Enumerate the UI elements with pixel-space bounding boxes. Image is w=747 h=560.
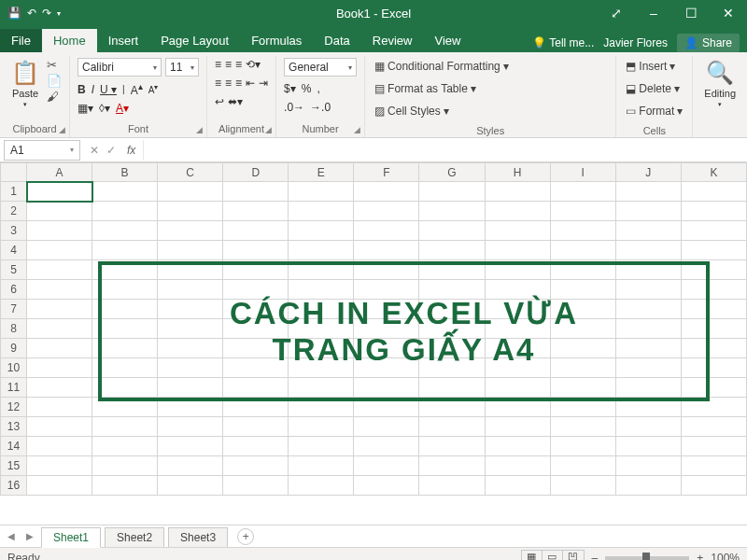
page-break-view-icon[interactable]: 凹 [563, 551, 584, 560]
cell-E2[interactable] [289, 202, 354, 221]
user-name[interactable]: Javier Flores [603, 36, 668, 49]
undo-icon[interactable]: ↶ [27, 7, 36, 20]
cell-D12[interactable] [223, 398, 289, 417]
cell-H12[interactable] [485, 398, 550, 417]
cell-B1[interactable] [92, 182, 158, 202]
cell-D5[interactable] [223, 260, 289, 280]
col-header-E[interactable]: E [289, 163, 354, 182]
cell-B7[interactable] [92, 300, 158, 319]
comma-icon[interactable]: , [317, 82, 319, 95]
cell-C4[interactable] [158, 241, 223, 260]
fx-icon[interactable]: fx [127, 144, 135, 157]
cell-E4[interactable] [289, 241, 354, 260]
cell-G10[interactable] [419, 358, 485, 378]
number-dialog-launcher[interactable]: ◢ [354, 125, 360, 134]
cell-J10[interactable] [615, 358, 681, 378]
clipboard-dialog-launcher[interactable]: ◢ [59, 125, 65, 134]
cell-K4[interactable] [681, 241, 746, 260]
enter-icon[interactable]: ✓ [106, 144, 116, 157]
cell-A3[interactable] [27, 221, 92, 241]
cell-A13[interactable] [27, 417, 92, 437]
cell-A4[interactable] [27, 241, 92, 260]
cell-E14[interactable] [289, 437, 354, 456]
cell-I1[interactable] [550, 182, 615, 202]
font-name-select[interactable]: Calibri▾ [78, 58, 162, 77]
cell-K11[interactable] [681, 378, 746, 398]
ribbon-options-icon[interactable]: ⤢ [598, 0, 635, 26]
cell-G12[interactable] [419, 398, 485, 417]
font-color-icon[interactable]: A▾ [116, 102, 129, 115]
format-painter-icon[interactable]: 🖌 [47, 90, 62, 104]
cell-A1[interactable] [27, 182, 92, 202]
cell-F14[interactable] [354, 437, 419, 456]
share-button[interactable]: 👤 Share [677, 34, 740, 52]
cell-A15[interactable] [27, 456, 92, 476]
cell-G9[interactable] [419, 339, 485, 358]
cell-J3[interactable] [615, 221, 681, 241]
cell-I5[interactable] [550, 260, 615, 280]
row-header-1[interactable]: 1 [1, 182, 27, 202]
cell-G16[interactable] [419, 476, 485, 496]
cell-B4[interactable] [92, 241, 158, 260]
cell-J14[interactable] [615, 437, 681, 456]
cell-H16[interactable] [485, 476, 550, 496]
cell-J1[interactable] [615, 182, 681, 202]
sheet-tab-3[interactable]: Sheet3 [168, 527, 228, 547]
cell-C3[interactable] [158, 221, 223, 241]
fill-color-icon[interactable]: ◊▾ [99, 102, 110, 115]
sheet-tab-2[interactable]: Sheet2 [105, 527, 164, 547]
col-header-K[interactable]: K [681, 163, 746, 182]
cell-F16[interactable] [354, 476, 419, 496]
cell-C6[interactable] [158, 280, 223, 300]
alignment-dialog-launcher[interactable]: ◢ [265, 125, 272, 134]
cell-I9[interactable] [550, 339, 615, 358]
cell-K9[interactable] [681, 339, 746, 358]
cell-F4[interactable] [354, 241, 419, 260]
select-all-corner[interactable] [1, 163, 27, 182]
row-header-13[interactable]: 13 [1, 417, 27, 437]
cut-icon[interactable]: ✂ [47, 58, 62, 72]
cell-J12[interactable] [615, 398, 681, 417]
cell-H14[interactable] [485, 437, 550, 456]
cell-A8[interactable] [27, 319, 92, 339]
cell-H10[interactable] [485, 358, 550, 378]
col-header-D[interactable]: D [223, 163, 289, 182]
orientation-icon[interactable]: ⟲▾ [246, 58, 261, 71]
cell-H3[interactable] [485, 221, 550, 241]
cell-J6[interactable] [615, 280, 681, 300]
cell-K14[interactable] [681, 437, 746, 456]
cell-C15[interactable] [158, 456, 223, 476]
tab-file[interactable]: File [0, 29, 42, 52]
cell-B16[interactable] [92, 476, 158, 496]
cell-I13[interactable] [550, 417, 615, 437]
row-header-14[interactable]: 14 [1, 437, 27, 456]
cell-J7[interactable] [615, 300, 681, 319]
align-bottom-icon[interactable]: ≡ [235, 58, 242, 71]
cell-C1[interactable] [158, 182, 223, 202]
cell-F12[interactable] [354, 398, 419, 417]
sheet-tab-1[interactable]: Sheet1 [41, 527, 101, 548]
cell-K8[interactable] [681, 319, 746, 339]
cell-B12[interactable] [92, 398, 158, 417]
cell-A5[interactable] [27, 260, 92, 280]
page-layout-view-icon[interactable]: ▭ [543, 551, 563, 560]
cell-D6[interactable] [223, 280, 289, 300]
cell-A12[interactable] [27, 398, 92, 417]
cell-B13[interactable] [92, 417, 158, 437]
copy-icon[interactable]: 📄 [47, 74, 62, 88]
worksheet-grid[interactable]: ABCDEFGHIJK12345678910111213141516 CÁCH … [0, 162, 747, 525]
formula-input[interactable] [143, 140, 747, 161]
font-dialog-launcher[interactable]: ◢ [196, 125, 203, 134]
cell-H6[interactable] [485, 280, 550, 300]
tab-data[interactable]: Data [313, 29, 360, 52]
row-header-10[interactable]: 10 [1, 358, 27, 378]
cell-G8[interactable] [419, 319, 485, 339]
percent-icon[interactable]: % [302, 82, 312, 95]
cell-B11[interactable] [92, 378, 158, 398]
cell-C10[interactable] [158, 358, 223, 378]
increase-decimal-icon[interactable]: .0→ [284, 101, 304, 114]
row-header-8[interactable]: 8 [1, 319, 27, 339]
zoom-slider[interactable] [605, 556, 689, 560]
cell-E16[interactable] [289, 476, 354, 496]
align-middle-icon[interactable]: ≡ [225, 58, 232, 71]
